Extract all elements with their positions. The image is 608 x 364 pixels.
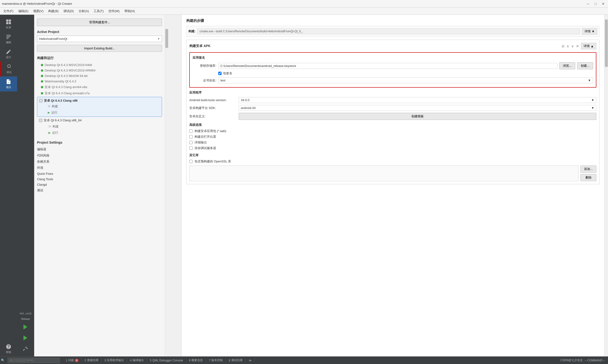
menu-controls[interactable]: 控件(W) <box>106 8 122 14</box>
hammer-icon <box>23 346 28 352</box>
settings-clang-tools[interactable]: Clang Tools <box>37 176 162 182</box>
build-tools-label: Android build-tools version: <box>189 98 237 102</box>
left-panel-scroll-thumb <box>165 29 168 48</box>
build-sub-build[interactable]: ⚒ 构建 <box>44 103 161 109</box>
template-button[interactable]: 创建模板 <box>239 113 596 120</box>
open-location-checkbox[interactable] <box>189 135 193 138</box>
settings-code-style[interactable]: 代码风格 <box>37 152 162 159</box>
build-run-button[interactable] <box>21 333 30 343</box>
menu-help[interactable]: 帮助(H) <box>122 8 137 14</box>
svg-marker-9 <box>24 336 27 340</box>
build-item-arm64v8a[interactable]: 安卓 Qt 6.4.3 Clang arm64-v8a <box>37 84 162 90</box>
close-icon[interactable]: ✕ <box>576 44 579 48</box>
tab-search[interactable]: 2 搜索结果 <box>82 358 102 362</box>
tab-qml-debug[interactable]: 5 QML Debugger Console <box>147 358 186 362</box>
sidebar-item-edit[interactable]: 编辑 <box>0 32 17 47</box>
create-button[interactable]: 创建... <box>577 62 593 69</box>
import-existing-button[interactable]: Import Existing Build... <box>37 45 162 52</box>
menu-bar: 文件(F) 编辑(E) 视图(V) 构建(B) 调试(D) 分析(A) 工具(T… <box>0 8 608 15</box>
sdk-arrow: ▼ <box>591 106 594 110</box>
build-item-msvcarm64[interactable]: Desktop Qt 6.4.3 MSVC2019 ARM64 <box>37 68 162 73</box>
sidebar-item-debug[interactable]: 调试 <box>0 62 17 77</box>
cert-alias-label: 证书别名: <box>193 78 216 83</box>
keystore-input[interactable]: C:\Users\Remote\Documents\android_releas… <box>218 63 557 69</box>
sidebar-item-project[interactable]: 项目 <box>0 77 17 91</box>
menu-file[interactable]: 文件(F) <box>1 8 16 14</box>
debug-server-checkbox[interactable] <box>189 146 193 150</box>
cert-alias-dropdown[interactable]: test ▼ <box>218 78 593 83</box>
build-sub-build-64[interactable]: ⚒ 构建 <box>45 123 162 130</box>
sidebar-item-welcome[interactable]: 欢迎 <box>0 17 17 32</box>
minimize-button[interactable]: ─ <box>585 1 591 7</box>
build-sub-run[interactable]: ▶ 运行 <box>44 109 161 116</box>
build-item-armeabiv7a[interactable]: 安卓 Qt 6.4.3 Clang armeabi-v7a <box>37 90 162 96</box>
tab-tests[interactable]: 8 测试结果 <box>226 358 246 362</box>
menu-edit[interactable]: 编辑(E) <box>16 8 31 14</box>
add-lib-button[interactable]: 添加... <box>581 166 596 173</box>
up-icon[interactable]: ∧ <box>567 44 569 48</box>
build-item-wasm[interactable]: WebAssembly Qt 6.4.3 <box>37 78 162 84</box>
openssl-checkbox[interactable] <box>189 160 193 163</box>
settings-tests[interactable]: 测试 <box>37 187 162 194</box>
build-item-label: 安卓 Qt 6.4.3 Clang armeabi-v7a <box>45 91 90 95</box>
run-button[interactable] <box>21 322 30 332</box>
sdk-dropdown[interactable]: android-34 ▼ <box>239 105 596 111</box>
tab-qml-label: QML Debugger Console <box>153 359 183 362</box>
menu-tools[interactable]: 工具(T) <box>91 8 106 14</box>
build-item-msvc64[interactable]: Desktop Qt 6.4.3 MSVC2019 64bit <box>37 62 162 68</box>
tab-compile[interactable]: 4 编译输出 <box>127 358 147 362</box>
menu-build[interactable]: 构建(B) <box>46 8 61 14</box>
project-dropdown-row: HelloAndroidFromQt ▼ <box>37 36 162 42</box>
tab-overview[interactable]: 6 概要信息 <box>186 358 206 362</box>
build-sub-items-64: ⚒ 构建 ▶ 运行 <box>37 123 162 136</box>
settings-quick-fixes[interactable]: Quick Fixes <box>37 171 162 176</box>
build-group-x86[interactable]: 安卓 Qt 6.4.3 Clang x86 ⚒ 构建 ▶ 运行 <box>37 97 162 117</box>
build-sub-run-64[interactable]: ▶ 运行 <box>45 130 162 136</box>
tab-app-output[interactable]: 3 应用程序输出 <box>102 358 127 362</box>
verbose-checkbox[interactable] <box>189 141 193 144</box>
settings-clangd[interactable]: Clangd <box>37 182 162 187</box>
remove-lib-button[interactable]: 删除 <box>581 174 596 181</box>
issues-badge: 6 <box>75 359 79 362</box>
project-dropdown[interactable]: HelloAndroidFromQt ▼ <box>37 36 162 42</box>
main-layout: 欢迎 编辑 设计 调试 项目 <box>0 15 608 356</box>
disable-icon[interactable]: ⊘ <box>561 44 565 48</box>
close-button[interactable]: ✕ <box>600 1 606 7</box>
sidebar-item-help[interactable]: 帮助 <box>0 341 17 356</box>
menu-analyze[interactable]: 分析(A) <box>76 8 91 14</box>
menu-debug[interactable]: 调试(D) <box>61 8 76 14</box>
build-item-label: Desktop Qt 6.4.3 MSVC2019 64bit <box>45 63 92 67</box>
build-tools-dropdown[interactable]: 34.0.0 ▼ <box>239 97 596 103</box>
settings-dependencies[interactable]: 依赖关系 <box>37 159 162 165</box>
advanced-option-aab: 构建安卓应用包 (*.aab) <box>189 129 596 133</box>
search-input[interactable] <box>8 358 60 363</box>
run-config-sidebar: Hell...omQt Release <box>17 15 34 356</box>
build-steps-title: 构建的步骤 <box>186 19 599 23</box>
menu-view[interactable]: 视图(V) <box>31 8 46 14</box>
build-item-mingw64[interactable]: Desktop Qt 6.4.3 MinGW 64-bit <box>37 73 162 78</box>
sidebar-item-design[interactable]: 设计 <box>0 47 17 62</box>
left-panel-scrollbar[interactable] <box>165 15 168 356</box>
tab-issues[interactable]: 1 问题 6 <box>63 358 82 362</box>
svg-rect-4 <box>6 35 11 35</box>
right-content: 构建的步骤 构建: cmake.exe --build C:/Users/Rem… <box>181 15 604 356</box>
build-run-icon <box>22 335 29 341</box>
maximize-button[interactable]: □ <box>593 1 598 7</box>
build-group-x86-64-title[interactable]: 安卓 Qt 6.4.3 Clang x86_64 <box>37 117 162 123</box>
right-scrollbar[interactable] <box>604 15 608 356</box>
settings-editor[interactable]: 编辑器 <box>37 146 162 152</box>
edit-icon <box>6 34 11 40</box>
apk-detail-button[interactable]: 详情 ▲ <box>581 43 596 49</box>
manage-kits-button[interactable]: 管理构建套件... <box>37 19 162 26</box>
build-detail-button[interactable]: 详情 ▼ <box>582 28 597 35</box>
aab-checkbox[interactable] <box>189 130 193 133</box>
tab-vcs[interactable]: 7 版本控制 <box>206 358 226 362</box>
tab-more[interactable]: ≫ <box>246 358 255 362</box>
package-sign-checkbox[interactable] <box>218 72 221 75</box>
settings-environment[interactable]: 环境 <box>37 165 162 171</box>
build-group-x86-title: 安卓 Qt 6.4.3 Clang x86 <box>38 98 161 103</box>
down-icon[interactable]: ∨ <box>571 44 574 48</box>
build-tools-row: Android build-tools version: 34.0.0 ▼ <box>189 97 596 103</box>
hammer-button[interactable] <box>21 344 30 353</box>
browse-button[interactable]: 浏览... <box>559 62 575 69</box>
